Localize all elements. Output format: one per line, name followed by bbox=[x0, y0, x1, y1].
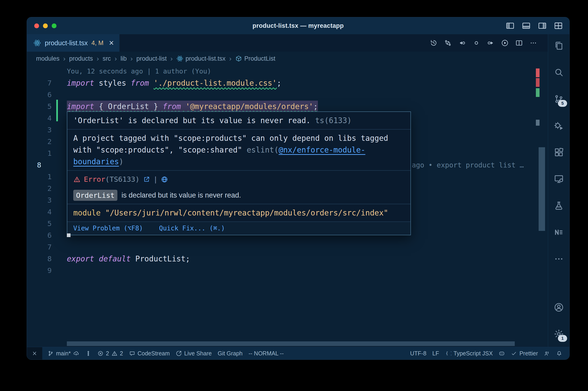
hover-popup: 'OrderList' is declared but its value is… bbox=[67, 111, 411, 235]
status-codestream[interactable]: CodeStream bbox=[126, 347, 173, 360]
share-icon bbox=[176, 350, 182, 357]
breadcrumb-item-products[interactable]: products bbox=[69, 55, 93, 62]
code-line[interactable] bbox=[57, 241, 548, 253]
editor-gutter: 2 bbox=[27, 136, 57, 147]
activitybar-accounts[interactable] bbox=[552, 300, 566, 314]
code-line[interactable]: import { OrderList } from '@myreactapp/m… bbox=[57, 101, 548, 112]
activitybar-search[interactable] bbox=[552, 66, 566, 79]
status-feedback[interactable] bbox=[541, 347, 553, 360]
popup-resize-handle[interactable] bbox=[67, 233, 71, 237]
activitybar-explorer[interactable] bbox=[552, 39, 566, 53]
status-bar: main*22CodeStreamLive ShareGit Graph-- N… bbox=[27, 347, 569, 360]
run-file[interactable] bbox=[501, 39, 509, 47]
status-remote-indicator[interactable] bbox=[27, 347, 42, 360]
status-git-graph[interactable]: Git Graph bbox=[215, 347, 246, 360]
status-copilot[interactable] bbox=[496, 347, 508, 360]
editor-gutter: 6 bbox=[27, 229, 57, 241]
status-encoding[interactable]: UTF-8 bbox=[407, 347, 429, 360]
step-forward[interactable] bbox=[487, 39, 495, 47]
zoom-window-button[interactable] bbox=[52, 23, 57, 28]
step-back[interactable] bbox=[458, 39, 466, 47]
status-live-share-label: Live Share bbox=[184, 350, 212, 357]
breadcrumb-item-src[interactable]: src bbox=[103, 55, 111, 62]
close-tab-icon[interactable]: × bbox=[109, 39, 114, 47]
breadcrumb-item-product-list.tsx[interactable]: product-list.tsx bbox=[176, 55, 226, 62]
activitybar-debug-console[interactable] bbox=[552, 119, 566, 133]
activitybar-remote-explorer[interactable] bbox=[552, 172, 566, 186]
status-vim-mode[interactable]: -- NORMAL -- bbox=[246, 347, 287, 360]
status-language-mode[interactable]: { }TypeScript JSX bbox=[442, 347, 496, 360]
overview-marker-change bbox=[536, 88, 540, 97]
editor-row: 6 bbox=[27, 89, 548, 101]
breadcrumb-label: lib bbox=[121, 55, 127, 62]
nx-icon bbox=[554, 227, 564, 238]
editor-gutter bbox=[27, 66, 57, 77]
line-number: 5 bbox=[47, 218, 52, 229]
activitybar-source-control[interactable]: 5 bbox=[552, 92, 566, 106]
title-bar[interactable]: product-list.tsx — myreactapp bbox=[27, 17, 569, 34]
warning-icon bbox=[111, 350, 118, 357]
close-window-button[interactable] bbox=[34, 23, 39, 28]
code-line[interactable]: import styles from './product-list.modul… bbox=[57, 77, 548, 89]
compare-changes[interactable] bbox=[444, 39, 452, 47]
highlighted-code: import { OrderList } from '@myreactapp/m… bbox=[67, 101, 318, 112]
activitybar-settings[interactable]: 1 bbox=[552, 327, 566, 341]
more-actions-icon bbox=[554, 254, 564, 264]
toggle-primary-sidebar[interactable] bbox=[505, 21, 515, 30]
code-line[interactable]: You, 12 seconds ago | 1 author (You) bbox=[57, 66, 548, 77]
activitybar-testing[interactable] bbox=[552, 199, 566, 212]
commits-icon bbox=[85, 350, 91, 357]
status-eol[interactable]: LF bbox=[429, 347, 442, 360]
breadcrumb-item-lib[interactable]: lib bbox=[121, 55, 127, 62]
breadcrumb-item-ProductList[interactable]: ProductList bbox=[235, 55, 275, 62]
vertical-scrollbar[interactable] bbox=[539, 147, 545, 231]
status-live-share[interactable]: Live Share bbox=[173, 347, 215, 360]
split-editor[interactable] bbox=[515, 39, 523, 47]
activitybar-nx-console[interactable] bbox=[552, 225, 566, 239]
status-problems[interactable]: 22 bbox=[94, 347, 126, 360]
code-line[interactable] bbox=[57, 265, 548, 276]
tab-bar: product-list.tsx 4, M × bbox=[27, 34, 548, 52]
line-number: 2 bbox=[47, 183, 52, 194]
breadcrumb-item-modules[interactable]: modules bbox=[36, 55, 60, 62]
activitybar-more-views[interactable] bbox=[552, 252, 566, 266]
horizontal-scrollbar[interactable] bbox=[67, 341, 515, 346]
globe-icon[interactable] bbox=[161, 176, 168, 183]
tab-product-list[interactable]: product-list.tsx 4, M × bbox=[27, 34, 119, 52]
activitybar-extensions[interactable] bbox=[552, 145, 566, 159]
record[interactable] bbox=[472, 39, 480, 47]
code-editor[interactable]: You, 12 seconds ago | 1 author (You)7imp… bbox=[27, 66, 548, 347]
status-vim-mode-label: -- NORMAL -- bbox=[249, 350, 284, 357]
git-branch-icon bbox=[48, 350, 54, 357]
more-actions[interactable] bbox=[529, 39, 537, 47]
status-prettier[interactable]: Prettier bbox=[508, 347, 541, 360]
toggle-panel[interactable] bbox=[522, 21, 531, 30]
code-line[interactable] bbox=[57, 89, 548, 101]
active-line-number: 8 bbox=[37, 159, 41, 171]
breadcrumb-separator: › bbox=[130, 55, 133, 63]
status-encoding-label: UTF-8 bbox=[410, 350, 426, 357]
breadcrumb-item-product-list[interactable]: product-list bbox=[136, 55, 167, 62]
code-line[interactable]: export default ProductList; bbox=[57, 253, 548, 265]
status-notifications[interactable] bbox=[553, 347, 565, 360]
editor-gutter: 8 bbox=[27, 253, 57, 265]
customize-layout[interactable] bbox=[554, 21, 563, 30]
error-warning-icon bbox=[73, 176, 81, 183]
breadcrumb-separator: › bbox=[115, 55, 117, 63]
extensions-icon bbox=[554, 147, 564, 158]
view-problem-button[interactable]: View Problem (⌥F8) bbox=[73, 224, 143, 232]
search-icon bbox=[554, 67, 564, 78]
status-git-branch[interactable]: main* bbox=[45, 347, 82, 360]
toggle-secondary-sidebar[interactable] bbox=[538, 21, 547, 30]
quick-fix-button[interactable]: Quick Fix... (⌘.) bbox=[159, 224, 225, 232]
editor-gutter: 1 bbox=[27, 171, 57, 183]
external-link-icon[interactable] bbox=[143, 176, 150, 183]
remote-explorer-icon bbox=[554, 174, 564, 184]
editor-gutter: 7 bbox=[27, 77, 57, 89]
local-history[interactable] bbox=[430, 39, 437, 47]
comment-icon bbox=[129, 350, 135, 357]
minimize-window-button[interactable] bbox=[43, 23, 48, 28]
status-commits[interactable] bbox=[82, 347, 94, 360]
line-number: 1 bbox=[47, 147, 52, 159]
editor-gutter: 3 bbox=[27, 124, 57, 136]
